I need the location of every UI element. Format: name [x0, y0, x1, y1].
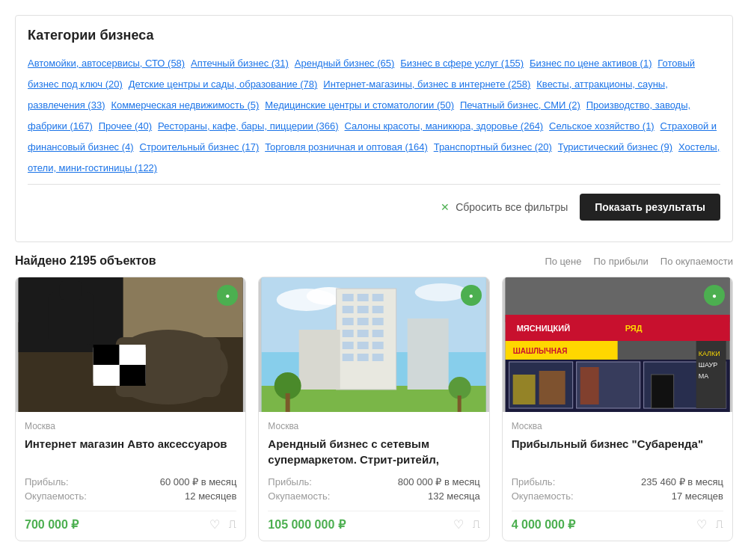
category-link-3[interactable]: Бизнес в сфере услуг (155): [400, 58, 524, 69]
card-1-profit-value: 800 000 ₽ в месяц: [398, 476, 480, 487]
svg-rect-56: [512, 375, 535, 404]
svg-rect-35: [373, 342, 384, 349]
card-2-profit-value: 235 460 ₽ в месяц: [641, 476, 723, 487]
cards-grid: Москва Интернет магазин Авто аксессуаров…: [15, 277, 733, 541]
card-0-payback-value: 12 месяцев: [185, 490, 236, 502]
card-1-city: Москва: [268, 421, 479, 431]
results-header: Найдено 2195 объектов По цене По прибыли…: [15, 254, 733, 268]
show-results-button[interactable]: Показать результаты: [580, 194, 720, 221]
card-1[interactable]: Москва Арендный бизнес с сетевым суперма…: [258, 277, 489, 541]
card-2-payback: Окупаемость: 17 месяцев: [512, 490, 723, 502]
svg-rect-42: [286, 393, 290, 412]
sort-by-price[interactable]: По цене: [545, 256, 581, 267]
category-link-15[interactable]: Салоны красоты, маникюра, здоровье (264): [345, 120, 544, 132]
svg-rect-58: [580, 367, 598, 404]
category-link-9[interactable]: Коммерческая недвижимость (5): [111, 99, 259, 111]
sort-options: По цене По прибыли По окупаемости: [545, 256, 733, 267]
svg-rect-29: [373, 318, 384, 325]
sort-by-payback[interactable]: По окупаемости: [660, 256, 733, 267]
card-2[interactable]: МЯСНИЦКИЙ РЯД ШАШЛЫЧНАЯ: [502, 277, 733, 541]
category-link-13[interactable]: Прочее (40): [99, 120, 152, 132]
svg-text:МА: МА: [698, 372, 708, 380]
categories-list: Автомойки, автосервисы, СТО (58) Аптечны…: [28, 52, 720, 178]
category-link-6[interactable]: Детские центры и сады, образование (78): [129, 79, 318, 90]
category-link-16[interactable]: Сельское хозяйство (1): [549, 120, 654, 132]
card-2-body: Москва Прибыльный бизнес "Субаренда" При…: [503, 412, 732, 541]
category-link-0[interactable]: Автомойки, автосервисы, СТО (58): [28, 58, 185, 69]
card-1-favorite-btn[interactable]: [461, 285, 482, 306]
svg-rect-21: [343, 294, 354, 301]
card-0-image: [16, 277, 245, 412]
card-1-heart-icon[interactable]: ♡: [453, 517, 464, 532]
svg-rect-25: [358, 306, 369, 313]
svg-rect-24: [343, 306, 354, 313]
reset-filters-label: Сбросить все фильтры: [456, 201, 568, 213]
card-0-image-svg: [16, 277, 245, 412]
card-0-profit: Прибыль: 60 000 ₽ в месяц: [25, 476, 236, 487]
card-0-price: 700 000 ₽: [25, 517, 79, 532]
category-link-2[interactable]: Арендный бизнес (65): [295, 58, 395, 69]
svg-rect-39: [299, 330, 340, 390]
category-link-11[interactable]: Печатный бизнес, СМИ (2): [460, 99, 580, 111]
card-2-image: МЯСНИЦКИЙ РЯД ШАШЛЫЧНАЯ: [503, 277, 732, 412]
card-0-heart-icon[interactable]: ♡: [209, 517, 220, 532]
results-count: Найдено 2195 объектов: [15, 254, 156, 268]
card-1-profit-label: Прибыль:: [268, 476, 312, 487]
svg-rect-11: [49, 292, 94, 345]
svg-text:ШАУР: ШАУР: [698, 361, 717, 369]
category-link-4[interactable]: Бизнес по цене активов (1): [530, 58, 652, 69]
category-link-1[interactable]: Аптечный бизнес (31): [191, 58, 289, 69]
svg-rect-38: [373, 354, 384, 361]
card-0-payback-label: Окупаемость:: [25, 490, 87, 502]
card-1-actions: ♡ ⎍: [453, 517, 480, 532]
card-2-chart-icon[interactable]: ⎍: [716, 517, 723, 532]
card-2-payback-value: 17 месяцев: [672, 490, 723, 502]
category-link-14[interactable]: Рестораны, кафе, бары, пиццерии (366): [158, 120, 339, 132]
svg-rect-22: [358, 294, 369, 301]
card-2-profit: Прибыль: 235 460 ₽ в месяц: [512, 476, 723, 487]
svg-rect-9: [94, 365, 120, 386]
svg-rect-33: [343, 342, 354, 349]
card-1-image-svg: [259, 277, 488, 412]
svg-rect-36: [343, 354, 354, 361]
x-icon: ✕: [441, 201, 453, 213]
card-2-title: Прибыльный бизнес "Субаренда": [512, 436, 723, 467]
category-link-19[interactable]: Торговля розничная и оптовая (164): [265, 141, 428, 153]
svg-point-17: [415, 283, 468, 301]
svg-rect-12: [60, 281, 82, 300]
reset-filters-button[interactable]: ✕ Сбросить все фильтры: [441, 201, 568, 213]
sort-by-profit[interactable]: По прибыли: [594, 256, 649, 267]
categories-title: Категории бизнеса: [28, 28, 720, 43]
card-0-body: Москва Интернет магазин Авто аксессуаров…: [16, 412, 245, 541]
card-0-payback: Окупаемость: 12 месяцев: [25, 490, 236, 502]
category-link-21[interactable]: Туристический бизнес (9): [558, 141, 672, 153]
svg-rect-44: [458, 396, 462, 412]
card-1-price: 105 000 000 ₽: [268, 517, 345, 532]
svg-rect-30: [343, 330, 354, 337]
svg-rect-57: [539, 371, 565, 404]
svg-rect-27: [343, 318, 354, 325]
svg-text:МЯСНИЦКИЙ: МЯСНИЦКИЙ: [516, 324, 570, 333]
card-0[interactable]: Москва Интернет магазин Авто аксессуаров…: [15, 277, 246, 541]
svg-rect-31: [358, 330, 369, 337]
category-link-10[interactable]: Медицинские центры и стоматологии (50): [265, 99, 454, 111]
card-2-city: Москва: [512, 421, 723, 431]
card-1-chart-icon[interactable]: ⎍: [473, 517, 480, 532]
card-1-title: Арендный бизнес с сетевым супермаркетом.…: [268, 436, 479, 467]
card-2-payback-label: Окупаемость:: [512, 490, 574, 502]
svg-rect-7: [94, 345, 120, 365]
svg-rect-19: [337, 289, 396, 390]
category-link-18[interactable]: Строительный бизнес (17): [140, 141, 260, 153]
card-0-footer: 700 000 ₽ ♡ ⎍: [25, 511, 236, 532]
category-link-7[interactable]: Интернет-магазины, бизнес в интернете (2…: [323, 79, 530, 90]
card-2-heart-icon[interactable]: ♡: [696, 517, 707, 532]
svg-rect-62: [651, 375, 673, 408]
card-0-chart-icon[interactable]: ⎍: [229, 517, 236, 532]
card-2-favorite-btn[interactable]: [704, 285, 725, 306]
card-0-actions: ♡ ⎍: [209, 517, 236, 532]
category-link-20[interactable]: Транспортный бизнес (20): [434, 141, 552, 153]
svg-text:КАЛКИ: КАЛКИ: [698, 350, 720, 357]
svg-text:РЯД: РЯД: [625, 324, 642, 333]
svg-rect-28: [358, 318, 369, 325]
card-1-body: Москва Арендный бизнес с сетевым суперма…: [259, 412, 488, 541]
